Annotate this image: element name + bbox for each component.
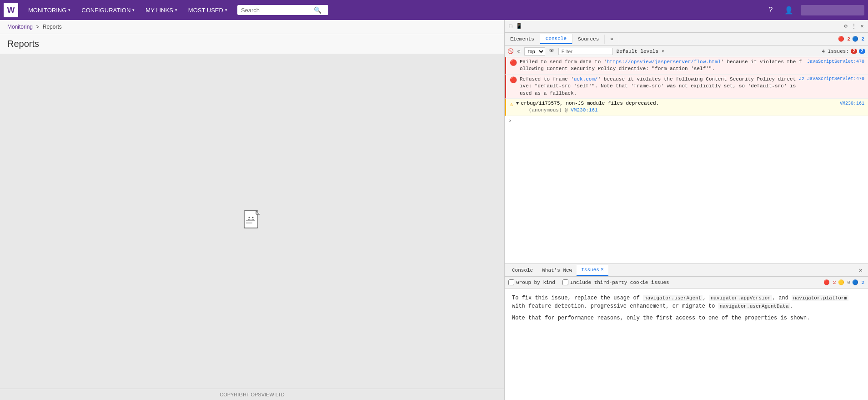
devtools-bottom-panel: Console What's New Issues × ✕ Group	[505, 263, 868, 400]
console-filter-input[interactable]	[558, 48, 613, 55]
user-search-input[interactable]	[801, 5, 864, 15]
console-toolbar: 🚫 ⊙ top 👁 Default levels ▾ 4 Issues: 2 2	[505, 46, 868, 57]
log-source-3[interactable]: VM230:161	[840, 101, 864, 107]
page-title: Reports	[7, 39, 497, 49]
issues-red-badge[interactable]: 2	[851, 49, 857, 54]
app-logo[interactable]: W	[4, 3, 18, 17]
nav-caret-configuration: ▾	[132, 8, 135, 12]
devtools-device-icon[interactable]: 📱	[515, 22, 523, 30]
issues-toolbar: Group by kind Include third-party cookie…	[505, 277, 868, 289]
bottom-tab-whats-new[interactable]: What's New	[537, 266, 577, 275]
issue-para-2: Note that for performance reasons, only …	[512, 314, 861, 322]
log-text-1: Failed to send form data to 'https://ops…	[520, 59, 804, 73]
filter-label: Default levels ▾	[617, 48, 665, 54]
console-ban-icon[interactable]: 🚫	[507, 48, 514, 54]
bottom-tab-console-label: Console	[512, 268, 533, 273]
issues-count-blue: 🔵 2	[852, 36, 864, 42]
log-source-2[interactable]: J2 JavaScriptServlet:470	[799, 76, 864, 82]
nav-label-most-used: MOST USED	[188, 7, 223, 14]
nav-caret-my-links: ▾	[175, 8, 177, 12]
issues-label: 4 Issues:	[822, 49, 849, 54]
log-text-3: crbug/1173575, non-JS module files depre…	[521, 100, 659, 107]
tab-console[interactable]: Console	[540, 34, 572, 44]
help-icon: ?	[769, 6, 773, 14]
bottom-panel-close[interactable]: ✕	[856, 265, 865, 275]
svg-point-3	[248, 217, 250, 218]
log-entry-3: ⚠ ▼ crbug/1173575, non-JS module files d…	[505, 99, 868, 116]
log-source-1[interactable]: JavaScriptServlet:470	[807, 59, 864, 65]
issues-badge-blue: 🔵 2	[852, 279, 864, 285]
broken-document-icon	[243, 210, 261, 232]
nav-item-most-used[interactable]: MOST USED ▾	[184, 5, 232, 15]
error-icon-2: 🔴	[510, 76, 517, 85]
issue-para-1: To fix this issue, replace the usage of …	[512, 294, 861, 310]
breadcrumb-separator: >	[36, 24, 39, 30]
expand-arrow: ›	[508, 118, 512, 124]
issues-badges: 🔴 2 🟡 0 🔵 2	[823, 279, 864, 285]
broken-page-icon	[243, 210, 261, 232]
devtools-tabs: Elements Console Sources » 🔴 2 🔵 2	[505, 33, 868, 46]
console-log: 🔴 Failed to send form data to 'https://o…	[505, 57, 868, 263]
nav-label-monitoring: MONITORING	[28, 7, 66, 14]
breadcrumb-current: Reports	[43, 24, 62, 30]
search-box: 🔍	[237, 5, 328, 15]
third-party-label: Include third-party cookie issues	[570, 280, 669, 285]
issues-badge-red: 🔴 2	[823, 279, 836, 285]
log-entry-1: 🔴 Failed to send form data to 'https://o…	[505, 57, 868, 75]
nav-label-my-links: MY LINKS	[146, 7, 173, 14]
top-nav: W MONITORING ▾ CONFIGURATION ▾ MY LINKS …	[0, 0, 868, 20]
footer-text: COPYRIGHT OPSVIEW LTD	[220, 392, 285, 397]
log-text-2: Refused to frame 'uck.com/' because it v…	[520, 76, 796, 96]
log-expand-row[interactable]: ›	[505, 116, 868, 126]
third-party-checkbox[interactable]: Include third-party cookie issues	[562, 279, 669, 285]
nav-label-configuration: CONFIGURATION	[81, 7, 130, 14]
log-sub-link-3[interactable]: VM230:161	[571, 107, 597, 113]
log-link-2[interactable]: uck.com/	[574, 76, 598, 82]
error-icon-1: 🔴	[510, 59, 517, 67]
issues-blue-badge[interactable]: 2	[859, 49, 865, 54]
svg-point-4	[252, 217, 253, 218]
console-record-icon[interactable]: ⊙	[517, 48, 521, 54]
user-icon: 👤	[784, 6, 793, 15]
tab-elements[interactable]: Elements	[505, 35, 540, 44]
bottom-tab-issues[interactable]: Issues ×	[577, 265, 608, 276]
search-input[interactable]	[241, 7, 314, 14]
third-party-input[interactable]	[562, 279, 568, 285]
nav-item-my-links[interactable]: MY LINKS ▾	[141, 5, 181, 15]
nav-caret-most-used: ▾	[225, 8, 227, 12]
devtools-close-icon[interactable]: ✕	[858, 22, 866, 30]
devtools-panel: ⬚ 📱 ⚙ ⋮ ✕ Elements Console Sources	[504, 20, 868, 400]
nav-right: ? 👤	[764, 4, 864, 16]
expand-icon-3[interactable]: ▼	[516, 100, 519, 107]
bottom-tab-console[interactable]: Console	[507, 266, 537, 275]
group-by-kind-label: Group by kind	[516, 280, 555, 285]
group-by-kind-input[interactable]	[508, 279, 514, 285]
nav-item-monitoring[interactable]: MONITORING ▾	[24, 5, 75, 15]
devtools-inspect-icon[interactable]: ⬚	[507, 22, 515, 30]
tab-more[interactable]: »	[605, 35, 619, 44]
context-select[interactable]: top	[524, 47, 545, 56]
log-link-1[interactable]: https://opsview/jasperserver/flow.html	[607, 59, 721, 65]
issues-content: To fix this issue, replace the usage of …	[505, 289, 868, 400]
issues-count-red: 🔴 2	[838, 36, 850, 42]
search-icon[interactable]: 🔍	[314, 6, 321, 14]
log-sub-3: (anonymous) @ VM230:161	[516, 107, 864, 114]
help-button[interactable]: ?	[764, 4, 777, 16]
breadcrumb: Monitoring > Reports	[0, 20, 504, 34]
log-entry-2: 🔴 Refused to frame 'uck.com/' because it…	[505, 75, 868, 99]
issues-badge-neutral: 🟡 0	[838, 279, 850, 285]
breadcrumb-parent[interactable]: Monitoring	[7, 24, 33, 30]
eye-icon[interactable]: 👁	[549, 48, 555, 55]
tab-sources[interactable]: Sources	[572, 35, 605, 44]
nav-item-configuration[interactable]: CONFIGURATION ▾	[77, 5, 139, 15]
group-by-kind-checkbox[interactable]: Group by kind	[508, 279, 555, 285]
page-header: Reports	[0, 34, 504, 54]
nav-caret-monitoring: ▾	[68, 8, 70, 12]
devtools-settings-icon[interactable]: ⚙	[842, 22, 850, 30]
issues-tab-close[interactable]: ×	[601, 267, 604, 273]
devtools-icon-row: ⬚ 📱 ⚙ ⋮ ✕	[505, 20, 868, 33]
user-button[interactable]: 👤	[783, 4, 795, 16]
devtools-more-icon[interactable]: ⋮	[850, 22, 858, 30]
devtools-bottom-tabs: Console What's New Issues × ✕	[505, 264, 868, 277]
footer: COPYRIGHT OPSVIEW LTD	[0, 389, 504, 400]
